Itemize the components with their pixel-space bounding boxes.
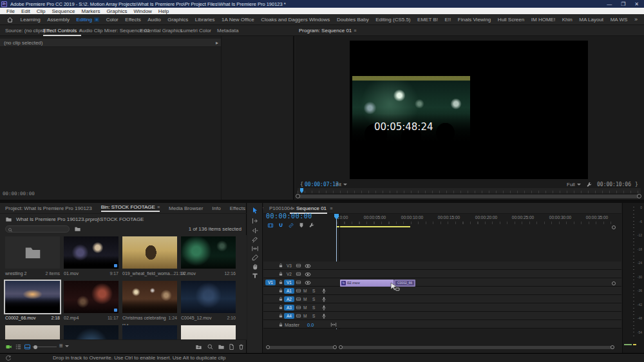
- workspace-tab-libraries[interactable]: Libraries: [195, 17, 215, 23]
- tab-media-browser[interactable]: Media Browser: [169, 205, 203, 211]
- workspace-tab-finals-viewing[interactable]: Finals Viewing: [458, 17, 491, 23]
- lock-icon[interactable]: [278, 263, 283, 268]
- scrollbar-handle[interactable]: [296, 194, 300, 198]
- workspace-tab-editing-cs55[interactable]: Editing (CS5.5): [375, 17, 410, 23]
- solo-button[interactable]: S: [312, 305, 315, 310]
- item-name[interactable]: C0045_12.mov: [181, 314, 211, 322]
- program-viewer[interactable]: 00:05:48:24: [350, 41, 588, 179]
- snap-magnet-icon[interactable]: [278, 222, 284, 229]
- hand-tool-icon[interactable]: [251, 263, 259, 271]
- track-visibility-eye-icon[interactable]: [305, 263, 311, 269]
- track-name-v2[interactable]: V2: [284, 271, 294, 277]
- menu-file[interactable]: File: [3, 8, 18, 14]
- track-scroll-handle[interactable]: [612, 281, 616, 285]
- sync-icon[interactable]: [5, 355, 12, 361]
- program-playhead[interactable]: [300, 188, 303, 193]
- voiceover-mic-icon[interactable]: [321, 313, 327, 319]
- razor-tool-icon[interactable]: [251, 236, 259, 243]
- new-item-icon[interactable]: [228, 343, 235, 350]
- workspace-tab-hull-screen[interactable]: Hull Screen: [498, 17, 524, 23]
- lock-icon[interactable]: [278, 305, 283, 310]
- track-visibility-eye-icon[interactable]: [305, 280, 311, 286]
- automate-to-sequence-icon[interactable]: [195, 343, 202, 350]
- program-scrollbar[interactable]: [298, 195, 641, 198]
- search-input[interactable]: [5, 225, 70, 233]
- tab-project[interactable]: Project: What Is Premiere Pro 190123: [5, 205, 92, 211]
- slip-tool-icon[interactable]: [251, 245, 259, 252]
- mute-button[interactable]: M: [303, 297, 307, 301]
- pen-tool-icon[interactable]: [251, 254, 259, 262]
- clip-thumbnail[interactable]: [181, 325, 236, 339]
- sync-lock-icon[interactable]: [296, 271, 301, 277]
- track-name-a3[interactable]: A3: [284, 305, 294, 310]
- home-icon[interactable]: [6, 16, 14, 23]
- track-name-a1[interactable]: A1: [284, 288, 294, 294]
- sync-lock-icon[interactable]: [296, 296, 301, 302]
- item-name[interactable]: wrestling 2: [5, 270, 26, 278]
- lock-icon[interactable]: [278, 288, 283, 293]
- panel-menu-icon[interactable]: ≡: [157, 205, 160, 209]
- tab-effects[interactable]: Effects: [230, 205, 245, 211]
- lock-icon[interactable]: [278, 271, 283, 276]
- item-name[interactable]: 019_wheat_field_woma...: [122, 270, 173, 278]
- tab-effect-controls[interactable]: Effect Controls≡: [43, 25, 81, 36]
- workspace-tab-color[interactable]: Color: [106, 17, 118, 23]
- solo-button[interactable]: S: [312, 289, 315, 293]
- workspace-tab-learning[interactable]: Learning: [21, 17, 41, 23]
- master-level-value[interactable]: 0.0: [307, 322, 314, 328]
- clip-thumbnail[interactable]: [122, 281, 177, 313]
- icon-view-icon[interactable]: [24, 343, 31, 350]
- panel-menu-icon[interactable]: ≡: [330, 206, 332, 211]
- mute-button[interactable]: M: [303, 305, 307, 310]
- sync-lock-icon[interactable]: [296, 280, 301, 285]
- workspace-tab-graphics[interactable]: Graphics: [167, 17, 188, 23]
- expand-arrow-icon[interactable]: ▸: [216, 39, 218, 47]
- menu-markers[interactable]: Markers: [79, 8, 104, 14]
- workspace-tab-ma-ws[interactable]: MA WS: [611, 17, 628, 23]
- track-name-a2[interactable]: A2: [284, 296, 294, 302]
- list-view-icon[interactable]: [15, 343, 22, 350]
- item-name[interactable]: 02.mov: [181, 270, 196, 278]
- fit-icon[interactable]: [330, 321, 337, 328]
- clip-thumbnail[interactable]: [5, 325, 60, 339]
- sort-icons-button[interactable]: ≡: [59, 342, 69, 349]
- menu-edit[interactable]: Edit: [18, 8, 33, 14]
- workspace-tab-1a-new-office[interactable]: 1A New Office: [222, 17, 254, 23]
- minimize-button[interactable]: —: [607, 1, 612, 7]
- menu-clip[interactable]: Clip: [33, 8, 49, 14]
- lock-icon[interactable]: [278, 280, 283, 285]
- track-visibility-eye-icon[interactable]: [305, 271, 311, 278]
- timeline-playhead-timecode[interactable]: 00:00:00:00: [266, 213, 312, 220]
- delete-icon[interactable]: [238, 343, 245, 350]
- audio-meters-panel[interactable]: 0 -6 -12 -18 -24 -30 -36 -42 -48 -54: [622, 203, 644, 353]
- source-patch-v1[interactable]: V1: [265, 280, 276, 285]
- selection-tool-icon[interactable]: [251, 207, 259, 214]
- tab-metadata[interactable]: Metadata: [217, 25, 238, 36]
- item-name[interactable]: C0002_66.mov: [5, 314, 35, 322]
- project-writable-icon[interactable]: [5, 343, 12, 350]
- menu-help[interactable]: Help: [155, 8, 172, 14]
- clip-thumbnail[interactable]: [122, 236, 177, 269]
- type-tool-icon[interactable]: [251, 272, 259, 280]
- header-scrollbar[interactable]: [267, 346, 337, 349]
- scrollbar-handle[interactable]: [637, 194, 641, 198]
- track-name-a4[interactable]: A4: [284, 313, 294, 319]
- workspace-tab-editing[interactable]: Editing≡: [77, 17, 100, 23]
- tab-info[interactable]: Info: [212, 205, 220, 211]
- zoom-handle[interactable]: [612, 225, 616, 229]
- linked-selection-icon[interactable]: [288, 222, 294, 229]
- voiceover-mic-icon[interactable]: [321, 305, 327, 311]
- clip-thumbnail[interactable]: [64, 325, 118, 339]
- lock-icon[interactable]: [278, 322, 283, 327]
- menu-window[interactable]: Window: [130, 8, 155, 14]
- item-name[interactable]: 01.mov: [64, 270, 79, 278]
- ripple-edit-tool-icon[interactable]: [251, 227, 259, 234]
- tab-source-monitor[interactable]: Source: (no clips): [5, 25, 45, 36]
- menu-graphics[interactable]: Graphics: [103, 8, 130, 14]
- program-scrubber[interactable]: [298, 188, 641, 193]
- master-track-label[interactable]: Master: [285, 322, 299, 328]
- voiceover-mic-icon[interactable]: [321, 288, 327, 294]
- bin-thumbnail[interactable]: [5, 236, 60, 269]
- thumbnail-zoom-slider[interactable]: [32, 347, 57, 347]
- mute-button[interactable]: M: [303, 314, 307, 318]
